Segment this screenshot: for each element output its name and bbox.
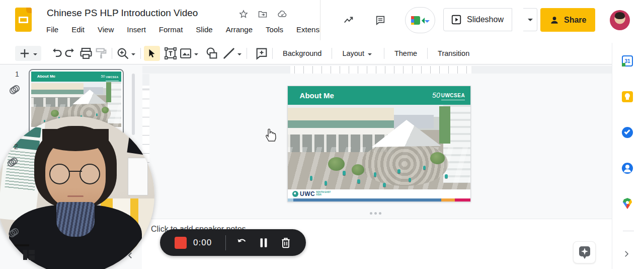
layout-caret-icon bbox=[368, 53, 372, 55]
calendar-icon[interactable]: 31 bbox=[622, 55, 633, 66]
share-person-icon bbox=[549, 15, 559, 25]
slide3-rings-icon[interactable] bbox=[7, 227, 20, 240]
paint-format-icon[interactable] bbox=[94, 46, 109, 60]
pause-recording-icon[interactable] bbox=[257, 236, 270, 249]
layout-button[interactable]: Layout bbox=[335, 49, 381, 57]
activity-trend-icon[interactable] bbox=[343, 15, 354, 26]
explore-sparkle-icon bbox=[578, 245, 592, 260]
contacts-icon[interactable] bbox=[622, 163, 633, 174]
slide2-number: 2 bbox=[14, 143, 18, 151]
slide-title: About Me bbox=[300, 91, 334, 100]
delete-recording-icon[interactable] bbox=[279, 236, 292, 249]
slide1-number: 1 bbox=[15, 70, 19, 78]
share-button[interactable]: Share bbox=[540, 8, 595, 32]
presenter-scarf bbox=[56, 202, 94, 237]
text-box-icon[interactable] bbox=[163, 46, 178, 60]
expand-side-panel-icon[interactable] bbox=[622, 249, 631, 258]
document-title[interactable]: Chinese PS HLP Introduction Video bbox=[47, 8, 198, 19]
uwcsea-logo: 50UWCSEA bbox=[101, 72, 119, 81]
star-icon[interactable] bbox=[238, 9, 249, 19]
menu-insert[interactable]: Insert bbox=[127, 25, 146, 34]
side-panel-divider bbox=[623, 231, 634, 231]
slide1-rings-icon[interactable] bbox=[8, 84, 21, 97]
person-dot bbox=[44, 120, 45, 122]
avatar-hair bbox=[615, 12, 625, 19]
line-caret-icon bbox=[237, 53, 242, 55]
person-dot bbox=[310, 176, 313, 180]
tasks-icon[interactable] bbox=[622, 127, 633, 138]
insert-line-icon[interactable] bbox=[221, 46, 236, 60]
background-label: Background bbox=[283, 49, 321, 57]
slides-icon-rect bbox=[19, 17, 28, 23]
slides-icon-fold bbox=[26, 8, 32, 13]
brand-50: 50 bbox=[432, 92, 440, 99]
transition-button[interactable]: Transition bbox=[431, 49, 476, 57]
collapse-filmstrip-icon[interactable] bbox=[126, 251, 135, 260]
plus-icon bbox=[17, 46, 32, 60]
person-dot bbox=[445, 174, 448, 178]
caret-down-icon bbox=[528, 19, 533, 21]
person-dot bbox=[383, 183, 386, 187]
account-avatar[interactable] bbox=[610, 10, 630, 30]
menu-slide[interactable]: Slide bbox=[196, 25, 212, 34]
redo-icon[interactable] bbox=[63, 46, 78, 60]
zoom-caret-icon bbox=[131, 53, 135, 55]
move-folder-icon[interactable] bbox=[258, 9, 268, 19]
brand-name: UWCSEA bbox=[441, 93, 465, 98]
undo-icon[interactable] bbox=[48, 46, 63, 60]
restart-recording-icon[interactable] bbox=[235, 236, 248, 249]
campus-photo bbox=[288, 105, 470, 190]
grid-view-toggle[interactable] bbox=[23, 250, 35, 261]
maps-icon[interactable] bbox=[622, 198, 633, 209]
slideshow-label: Slideshow bbox=[467, 15, 504, 24]
mouse-hand-cursor bbox=[264, 126, 278, 142]
glasses-left-lens bbox=[49, 164, 70, 184]
insert-shape-icon[interactable] bbox=[204, 46, 219, 60]
menu-edit[interactable]: Edit bbox=[71, 25, 85, 34]
glasses-right-lens bbox=[79, 164, 100, 184]
explore-button[interactable] bbox=[573, 241, 596, 263]
new-slide-caret-icon bbox=[33, 53, 37, 55]
print-icon[interactable] bbox=[78, 46, 94, 60]
filmstrip-scrollbar[interactable] bbox=[132, 74, 135, 135]
transition-label: Transition bbox=[438, 49, 469, 57]
recording-time: 0:00 bbox=[193, 238, 212, 248]
new-slide-button[interactable] bbox=[15, 46, 41, 61]
brand-50: 50 bbox=[101, 75, 105, 78]
menu-arrange[interactable]: Arrange bbox=[226, 25, 253, 34]
keep-icon[interactable] bbox=[622, 91, 633, 102]
slideshow-options-button[interactable] bbox=[523, 8, 537, 31]
presenter-mouth bbox=[67, 195, 83, 197]
select-tool-button[interactable] bbox=[144, 46, 160, 61]
slideshow-button[interactable]: Slideshow bbox=[443, 8, 512, 31]
person-dot bbox=[343, 171, 346, 175]
notes-resize-handle[interactable] bbox=[370, 212, 381, 215]
comment-history-icon[interactable] bbox=[375, 15, 386, 26]
meet-call-button[interactable] bbox=[405, 7, 435, 33]
footer-stripe bbox=[288, 198, 470, 201]
menu-format[interactable]: Format bbox=[159, 25, 183, 34]
tree bbox=[352, 164, 364, 175]
uwc-globe-icon bbox=[292, 191, 298, 197]
person-dot bbox=[357, 179, 360, 183]
menu-view[interactable]: View bbox=[98, 25, 114, 34]
insert-image-icon[interactable] bbox=[178, 46, 193, 60]
main-slide[interactable]: About Me 50UWCSEA bbox=[287, 86, 471, 202]
stop-record-button[interactable] bbox=[175, 237, 187, 249]
slide-footer: UWC SOUTH EASTASIA bbox=[288, 189, 470, 198]
uwcsea-logo: 50UWCSEA bbox=[432, 91, 465, 100]
toolbar-divider bbox=[427, 48, 428, 59]
cloud-saved-icon[interactable] bbox=[277, 9, 287, 19]
image-caret-icon bbox=[194, 53, 198, 55]
slides-app-icon[interactable] bbox=[15, 8, 32, 32]
theme-button[interactable]: Theme bbox=[387, 49, 424, 57]
toolbar-divider bbox=[332, 48, 332, 59]
menu-tools[interactable]: Tools bbox=[266, 25, 283, 34]
zoom-icon[interactable] bbox=[115, 46, 130, 60]
slide2-rings-icon[interactable] bbox=[6, 156, 19, 169]
background-button[interactable]: Background bbox=[276, 49, 329, 57]
person-dot bbox=[96, 113, 98, 116]
horizontal-ruler bbox=[142, 66, 612, 74]
menu-file[interactable]: File bbox=[46, 25, 58, 34]
add-comment-icon[interactable] bbox=[254, 46, 269, 60]
